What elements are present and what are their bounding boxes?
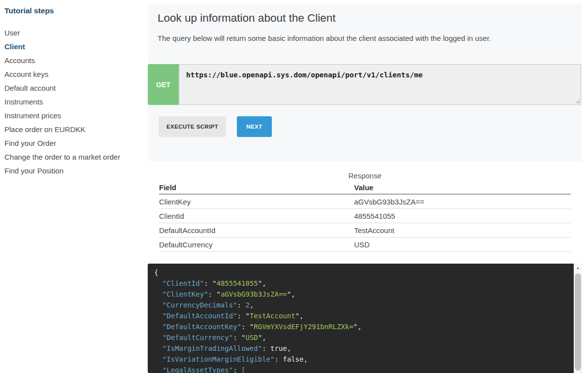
sidebar-item-change-the-order-to-a-market-order[interactable]: Change the order to a market order xyxy=(4,150,143,164)
field-cell: ClientId xyxy=(159,212,354,220)
request-url-input[interactable]: https://blue.openapi.sys.dom/openapi/por… xyxy=(179,64,581,105)
code-line: { xyxy=(154,267,569,278)
sidebar: Tutorial steps UserClientAccountsAccount… xyxy=(4,6,143,178)
sidebar-item-user[interactable]: User xyxy=(4,26,143,40)
response-table-header: Field Value xyxy=(159,181,571,195)
value-cell: TestAccount xyxy=(354,226,571,235)
sidebar-item-instrument-prices[interactable]: Instrument prices xyxy=(4,109,143,123)
table-row: ClientId4855541055 xyxy=(159,209,571,223)
buttons-row: EXECUTE SCRIPT NEXT xyxy=(159,116,272,137)
code-line: "ClientKey": "aGVsbG93b3JsZA==", xyxy=(154,289,569,300)
response-caption: Response xyxy=(159,171,571,181)
table-row: DefaultCurrencyUSD xyxy=(159,237,571,252)
request-row: GET https://blue.openapi.sys.dom/openapi… xyxy=(148,64,581,105)
sidebar-item-place-order-on-eurdkk[interactable]: Place order on EURDKK xyxy=(4,123,143,136)
sidebar-item-default-account[interactable]: Default account xyxy=(4,81,143,95)
code-line: "DefaultAccountId": "TestAccount", xyxy=(154,310,569,321)
value-cell: aGVsbG93b3JsZA== xyxy=(354,198,571,206)
response-table-rows: ClientKeyaGVsbG93b3JsZA==ClientId4855541… xyxy=(159,195,571,252)
sidebar-item-find-your-position[interactable]: Find your Position xyxy=(4,164,143,178)
sidebar-nav: UserClientAccountsAccount keysDefault ac… xyxy=(4,26,143,178)
code-line: "LegalAssetTypes": [ xyxy=(154,365,569,373)
sidebar-item-instruments[interactable]: Instruments xyxy=(4,95,143,109)
code-line: "DefaultAccountKey": "RGVmYXVsdEFjY291bn… xyxy=(154,321,569,332)
value-column-header: Value xyxy=(354,183,571,192)
http-method-badge: GET xyxy=(148,64,179,105)
field-cell: DefaultAccountId xyxy=(159,226,354,235)
table-row: DefaultAccountIdTestAccount xyxy=(159,223,571,237)
sidebar-title: Tutorial steps xyxy=(4,6,143,15)
code-line: "CurrencyDecimals": 2, xyxy=(154,300,569,310)
sidebar-item-client[interactable]: Client xyxy=(4,40,143,54)
table-row: ClientKeyaGVsbG93b3JsZA== xyxy=(159,195,571,209)
sidebar-item-accounts[interactable]: Accounts xyxy=(4,54,143,68)
code-scrollbar[interactable]: ▲ xyxy=(574,264,582,373)
scroll-up-icon[interactable]: ▲ xyxy=(574,264,582,271)
tutorial-step-panel: Look up information about the Client The… xyxy=(148,3,582,161)
response-json-code-block: { "ClientId": "4855541055", "ClientKey":… xyxy=(148,264,582,373)
field-cell: DefaultCurrency xyxy=(159,240,354,249)
page-description: The query below will return some basic i… xyxy=(158,34,491,42)
field-cell: ClientKey xyxy=(159,198,354,206)
sidebar-item-find-your-order[interactable]: Find your Order xyxy=(4,136,143,150)
code-line: "IsMarginTradingAllowed": true, xyxy=(154,343,569,354)
page-title: Look up information about the Client xyxy=(158,12,335,25)
execute-script-button[interactable]: EXECUTE SCRIPT xyxy=(159,116,226,137)
field-column-header: Field xyxy=(159,183,354,192)
code-line: "ClientId": "4855541055", xyxy=(154,278,569,289)
value-cell: 4855541055 xyxy=(354,212,571,220)
code-line: "IsVariationMarginEligible": false, xyxy=(154,354,569,365)
value-cell: USD xyxy=(354,240,571,249)
scrollbar-thumb[interactable] xyxy=(575,273,581,371)
next-button[interactable]: NEXT xyxy=(237,116,271,137)
response-table: Response Field Value ClientKeyaGVsbG93b3… xyxy=(159,171,571,252)
sidebar-item-account-keys[interactable]: Account keys xyxy=(4,68,143,81)
code-content: { "ClientId": "4855541055", "ClientKey":… xyxy=(148,264,574,373)
code-line: "DefaultCurrency": "USD", xyxy=(154,332,569,343)
request-url-box: https://blue.openapi.sys.dom/openapi/por… xyxy=(179,64,581,105)
